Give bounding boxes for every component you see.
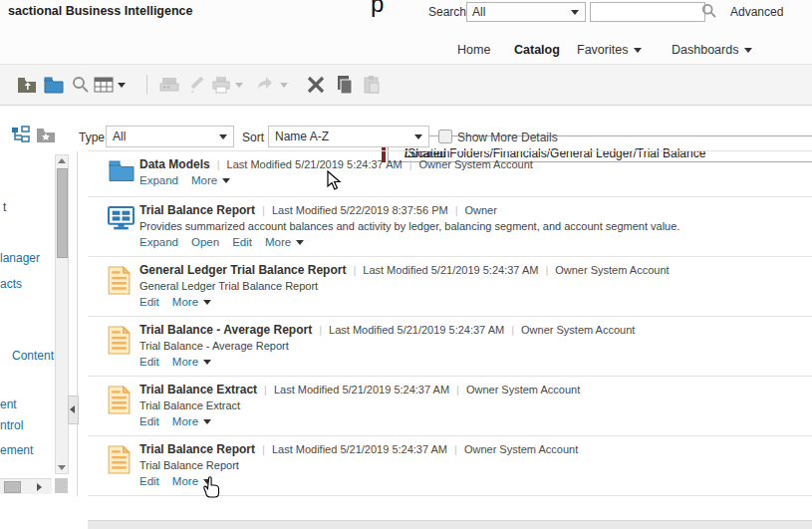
item-owner: Owner System Account	[464, 443, 578, 455]
dashboard-icon	[108, 206, 137, 238]
scroll-up-icon[interactable]	[58, 158, 66, 163]
copy-icon[interactable]	[335, 74, 355, 96]
separator: |	[264, 384, 267, 396]
item-last-modified: Last Modified 5/22/2019 8:37:56 PM	[272, 204, 448, 216]
item-title[interactable]: Trial Balance - Average Report	[139, 323, 312, 337]
item-title[interactable]: Data Models	[139, 157, 210, 171]
sort-dropdown[interactable]: Name A-Z	[268, 126, 429, 147]
search-scope-value: All	[472, 5, 485, 19]
sidebar-item[interactable]: lanager	[0, 251, 40, 265]
separator: |	[262, 443, 265, 455]
item-actions: ExpandOpenEditMore	[139, 236, 812, 248]
folders-tree-icon[interactable]	[11, 126, 30, 144]
sidebar-item[interactable]: Content	[12, 349, 54, 363]
delete-icon[interactable]	[306, 74, 326, 96]
toolbar-divider	[146, 75, 147, 95]
sidebar-item[interactable]: ntrol	[0, 418, 23, 432]
catalog-toolbar: Location /Shared Folders/Financials/Gene…	[0, 64, 812, 106]
scrollbar-corner	[55, 478, 68, 493]
item-link-open[interactable]: Open	[191, 236, 219, 248]
item-link-edit[interactable]: Edit	[139, 475, 159, 487]
chevron-down-icon	[203, 419, 211, 424]
advanced-link[interactable]: Advanced	[730, 5, 783, 19]
scrollbar-thumb[interactable]	[57, 168, 68, 258]
document-icon	[108, 326, 137, 358]
separator: |	[262, 204, 265, 216]
item-last-modified: Last Modified 5/21/2019 5:24:37 AM	[227, 158, 403, 170]
item-actions: EditMore	[139, 415, 812, 427]
show-more-details-checkbox[interactable]	[438, 130, 452, 143]
collapse-panel-button[interactable]	[68, 396, 79, 424]
clipped-text-fragment: p	[371, 0, 384, 18]
nav-dashboards[interactable]: Dashboards	[672, 43, 752, 57]
item-link-more[interactable]: More	[172, 296, 211, 308]
obi-catalog-page: sactional Business Intelligence p Search…	[0, 0, 812, 529]
item-description: Trial Balance Report	[139, 459, 812, 471]
item-link-more[interactable]: More	[172, 475, 211, 487]
sidebar-item[interactable]: t	[3, 200, 6, 214]
open-folder-icon[interactable]	[44, 74, 64, 96]
scroll-down-icon[interactable]	[58, 465, 66, 470]
search-scope-dropdown[interactable]: All	[466, 2, 586, 22]
archive-icon	[159, 74, 179, 96]
item-link-edit[interactable]: Edit	[232, 236, 252, 248]
chevron-down-icon	[280, 83, 288, 88]
sidebar-item[interactable]: ement	[0, 443, 33, 457]
item-owner: Owner System Account	[419, 158, 533, 170]
chevron-down-icon	[219, 134, 227, 139]
item-link-edit[interactable]: Edit	[139, 356, 159, 368]
item-actions: EditMore	[139, 475, 812, 487]
item-last-modified: Last Modified 5/21/2019 5:24:37 AM	[363, 264, 538, 276]
item-link-edit[interactable]: Edit	[139, 296, 159, 308]
search-input[interactable]	[590, 2, 705, 22]
panel-splitter[interactable]	[77, 151, 78, 496]
item-actions: EditMore	[139, 356, 812, 368]
document-icon	[108, 386, 137, 417]
nav-favorites[interactable]: Favorites	[577, 43, 642, 57]
item-title[interactable]: Trial Balance Extract	[139, 383, 257, 397]
chevron-down-icon[interactable]	[118, 83, 126, 88]
type-dropdown[interactable]: All	[106, 126, 234, 147]
search-icon[interactable]	[701, 3, 717, 19]
sidebar-horizontal-scrollbar[interactable]	[0, 478, 52, 494]
item-link-more[interactable]: More	[172, 356, 211, 368]
table-row: Trial Balance - Average Report | Last Mo…	[88, 317, 812, 377]
sidebar-item[interactable]: acts	[0, 277, 22, 291]
item-link-edit[interactable]: Edit	[139, 415, 159, 427]
item-link-more[interactable]: More	[265, 236, 304, 248]
table-row: Trial Balance Report | Last Modified 5/2…	[88, 436, 812, 496]
item-actions: EditMore	[139, 296, 812, 308]
chevron-down-icon	[296, 240, 304, 245]
chevron-left-icon	[70, 405, 75, 413]
scrollbar-thumb[interactable]	[4, 481, 21, 493]
type-label: Type	[79, 131, 105, 144]
edit-icon	[187, 74, 207, 96]
folder-up-icon[interactable]	[17, 74, 37, 96]
item-last-modified: Last Modified 5/21/2019 5:24:37 AM	[272, 443, 447, 455]
folder-icon	[108, 158, 137, 190]
nav-catalog[interactable]: Catalog	[514, 43, 560, 57]
item-title[interactable]: Trial Balance Report	[139, 442, 255, 456]
header-bar: sactional Business Intelligence p Search…	[0, 0, 812, 23]
sidebar-vertical-scrollbar[interactable]	[55, 154, 69, 474]
separator: |	[319, 324, 322, 336]
table-row: Data Models | Last Modified 5/21/2019 5:…	[88, 151, 812, 197]
nav-home[interactable]: Home	[457, 43, 490, 57]
separator: |	[456, 384, 459, 396]
document-icon	[108, 266, 137, 298]
search-icon[interactable]	[71, 74, 91, 96]
favorites-folder-icon[interactable]	[36, 126, 56, 143]
chevron-down-icon	[414, 134, 422, 139]
item-link-more[interactable]: More	[191, 174, 230, 186]
item-title[interactable]: Trial Balance Report	[139, 203, 255, 217]
item-link-expand[interactable]: Expand	[139, 236, 178, 248]
paste-icon	[362, 74, 382, 96]
scroll-right-icon[interactable]	[37, 483, 42, 491]
item-link-more[interactable]: More	[172, 415, 211, 427]
catalog-item-list: Data Models | Last Modified 5/21/2019 5:…	[88, 150, 812, 496]
item-link-expand[interactable]: Expand	[139, 174, 178, 186]
separator: |	[545, 264, 548, 276]
sidebar-item[interactable]: ent	[0, 397, 17, 411]
item-title[interactable]: General Ledger Trial Balance Report	[139, 263, 346, 277]
list-view-icon[interactable]	[94, 74, 114, 96]
